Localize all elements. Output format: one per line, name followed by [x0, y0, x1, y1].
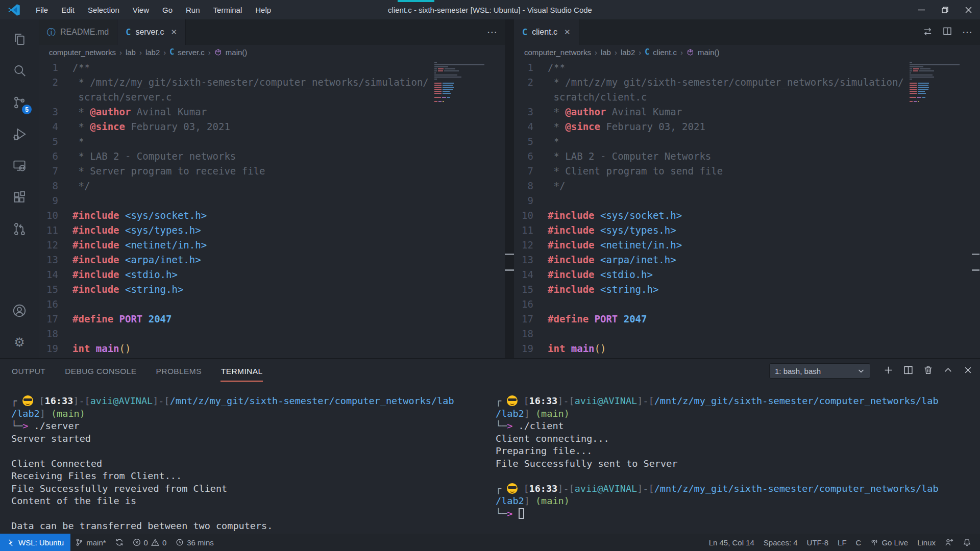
menu-view[interactable]: View — [126, 0, 156, 19]
breadcrumb-file[interactable]: client.c — [653, 48, 677, 57]
code-editor-client[interactable]: 1/**2 * /mnt/z/my_git/sixth-semester/com… — [514, 59, 980, 358]
kill-terminal-icon[interactable] — [923, 365, 933, 377]
sync-status[interactable] — [111, 534, 128, 551]
search-icon[interactable] — [0, 55, 39, 87]
tab-server-c[interactable]: C server.c ✕ — [117, 19, 186, 45]
terminal-line: Data can be transferred between two comp… — [11, 520, 496, 533]
editor-group-right: C client.c ✕ ⋯ computer_networks › lab ›… — [514, 19, 980, 358]
minimap-line — [434, 83, 495, 84]
tab-output[interactable]: OUTPUT — [11, 361, 46, 382]
menu-edit[interactable]: Edit — [55, 0, 81, 19]
close-tab-icon[interactable]: ✕ — [564, 28, 571, 37]
code-line: 14#include <stdio.h> — [519, 267, 980, 282]
settings-gear-icon[interactable]: ⚙ — [0, 327, 39, 358]
sash-handle — [505, 269, 514, 271]
os-indicator[interactable]: Linux — [913, 534, 940, 551]
breadcrumb-folder[interactable]: lab2 — [621, 48, 635, 57]
explorer-icon[interactable] — [0, 23, 39, 55]
minimap-line — [910, 87, 970, 88]
feedback-button[interactable] — [940, 534, 958, 551]
terminal-line: /lab2] (main) — [496, 495, 980, 508]
tab-problems[interactable]: PROBLEMS — [156, 361, 202, 382]
code-editor-server[interactable]: 1/**2 * /mnt/z/my_git/sixth-semester/com… — [39, 59, 505, 358]
breadcrumb-folder[interactable]: computer_networks — [524, 48, 591, 57]
git-branch-status[interactable]: main* — [70, 534, 110, 551]
account-icon[interactable] — [0, 295, 39, 327]
minimap-line — [910, 81, 970, 82]
menu-file[interactable]: File — [29, 0, 55, 19]
minimap-line — [434, 70, 495, 71]
compare-changes-icon[interactable] — [923, 27, 933, 38]
minimap-line — [910, 91, 970, 92]
go-live-button[interactable]: Go Live — [866, 534, 913, 551]
split-terminal-icon[interactable] — [903, 365, 913, 377]
minimap[interactable] — [434, 62, 495, 103]
remote-indicator[interactable]: WSL: Ubuntu — [0, 534, 70, 551]
breadcrumb-file[interactable]: server.c — [178, 48, 205, 57]
github-pr-icon[interactable] — [0, 213, 39, 245]
minimap-line — [910, 72, 970, 73]
terminal-select[interactable]: 1: bash, bash — [769, 363, 870, 379]
extensions-icon[interactable] — [0, 182, 39, 213]
breadcrumb-folder[interactable]: computer_networks — [49, 48, 116, 57]
menu-help[interactable]: Help — [249, 0, 278, 19]
more-actions-icon[interactable]: ⋯ — [962, 26, 973, 38]
close-tab-icon[interactable]: ✕ — [170, 28, 177, 37]
indentation[interactable]: Spaces: 4 — [759, 534, 802, 551]
minimize-icon[interactable] — [910, 0, 933, 19]
tab-debug-console[interactable]: DEBUG CONSOLE — [64, 361, 137, 382]
menu-terminal[interactable]: Terminal — [207, 0, 249, 19]
tab-readme[interactable]: ⓘ README.md — [39, 19, 117, 45]
split-editor-icon[interactable] — [943, 27, 952, 38]
minimap-line — [434, 97, 495, 98]
code-line: 7 * Client program to send file — [519, 164, 980, 179]
activity-bar: 5 ⚙ — [0, 19, 39, 358]
code-line: 18 — [44, 327, 505, 341]
workbench: 5 ⚙ ⓘ README.md — [0, 19, 980, 358]
sunglasses-emoji-icon — [507, 483, 518, 494]
chevron-right-icon: › — [119, 48, 122, 57]
new-terminal-icon[interactable] — [884, 365, 893, 377]
tab-terminal[interactable]: TERMINAL — [220, 361, 263, 382]
minimap-line — [434, 93, 495, 94]
editor-group-left: ⓘ README.md C server.c ✕ ⋯ computer_netw… — [39, 19, 505, 358]
breadcrumb-symbol[interactable]: main() — [698, 48, 720, 57]
code-line: 8 */ — [44, 179, 505, 193]
editor-sash[interactable] — [505, 19, 514, 358]
menu-selection[interactable]: Selection — [81, 0, 126, 19]
minimap-line — [910, 83, 970, 84]
eol-sequence[interactable]: LF — [833, 534, 851, 551]
menu-run[interactable]: Run — [179, 0, 207, 19]
sunglasses-emoji-icon — [507, 395, 518, 406]
problems-status[interactable]: 0 0 — [128, 534, 172, 551]
breadcrumb-symbol[interactable]: main() — [226, 48, 248, 57]
menu-go[interactable]: Go — [156, 0, 179, 19]
remote-explorer-icon[interactable] — [0, 150, 39, 182]
restore-icon[interactable] — [933, 0, 957, 19]
symbol-method-icon — [687, 48, 694, 57]
breadcrumb-folder[interactable]: lab2 — [145, 48, 160, 57]
notifications-bell[interactable] — [958, 534, 976, 551]
time-tracker-status[interactable]: 36 mins — [171, 534, 218, 551]
terminal-line — [11, 508, 496, 520]
close-panel-icon[interactable] — [963, 365, 973, 377]
breadcrumb-folder[interactable]: lab — [601, 48, 611, 57]
terminal-server[interactable]: ┌ [16:33]-[avii@AVINAL]-[/mnt/z/my_git/s… — [11, 395, 496, 534]
terminal-client[interactable]: ┌ [16:33]-[avii@AVINAL]-[/mnt/z/my_git/s… — [496, 395, 980, 534]
encoding[interactable]: UTF-8 — [802, 534, 834, 551]
terminal-line: └─> ./server — [11, 420, 496, 433]
run-debug-icon[interactable] — [0, 118, 39, 150]
terminal-line: ┌ [16:33]-[avii@AVINAL]-[/mnt/z/my_git/s… — [11, 395, 496, 408]
source-control-icon[interactable]: 5 — [0, 87, 39, 118]
more-actions-icon[interactable]: ⋯ — [487, 26, 498, 38]
terminal-cursor — [519, 508, 524, 519]
close-window-icon[interactable] — [957, 0, 980, 19]
cursor-position[interactable]: Ln 45, Col 14 — [704, 534, 759, 551]
tab-client-c[interactable]: C client.c ✕ — [514, 19, 579, 45]
language-mode[interactable]: C — [851, 534, 866, 551]
chevron-right-icon: › — [639, 48, 641, 57]
tab-label: server.c — [135, 28, 164, 37]
maximize-panel-icon[interactable] — [943, 365, 953, 377]
minimap[interactable] — [910, 62, 970, 103]
breadcrumb-folder[interactable]: lab — [126, 48, 136, 57]
